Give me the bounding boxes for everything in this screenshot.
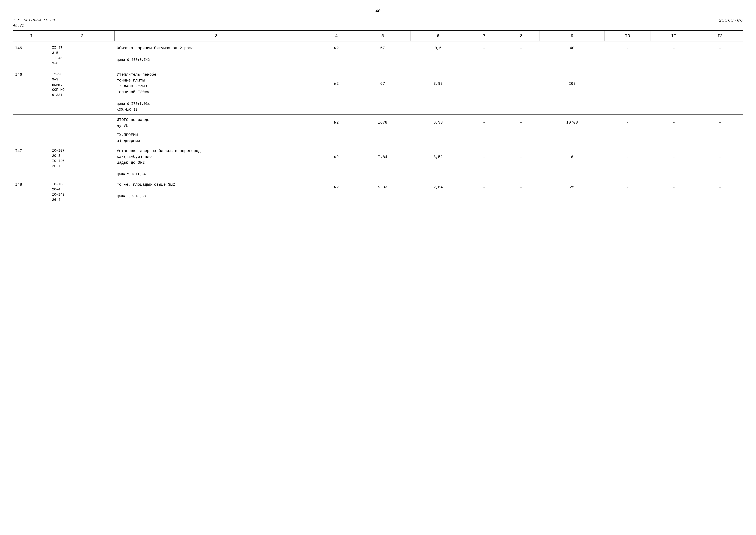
- cell-row146-col7: –: [466, 68, 503, 114]
- table-row-section-ix: IX.ПРОЕМЫа) дверные: [13, 130, 743, 146]
- col-header-2: 2: [50, 31, 115, 41]
- col-header-6: 6: [411, 31, 466, 41]
- cell-row146-col6: 3,93: [411, 68, 466, 114]
- table-row: I46 I2–286 9–3 прим. ССП МО 9–33I Утепли…: [13, 68, 743, 114]
- cell-row146-col3: Утеплитель–пенобе–тонные плиты ƒ =400 кт…: [115, 68, 318, 114]
- cell-row146-col2: I2–286 9–3 прим. ССП МО 9–33I: [50, 68, 115, 114]
- cell-row148-col2: I0–I08 20–4 I0–I43 26–4: [50, 179, 115, 204]
- header-left-line1: Т.п. 501-6-24.12.88: [13, 18, 55, 23]
- main-table: I 2 3 4 5 6 7 8 9 IO II I2 I45 II–47 3–5…: [13, 30, 743, 204]
- cell-itogo-col6: 6,38: [411, 114, 466, 130]
- cell-row146-col12: –: [697, 68, 743, 114]
- cell-row145-col8: –: [503, 41, 540, 68]
- cell-row147-col6: 3,52: [411, 146, 466, 179]
- cell-row148-col10: –: [605, 179, 651, 204]
- cell-itogo-col11: –: [651, 114, 697, 130]
- cell-row148-col7: –: [466, 179, 503, 204]
- cell-row146-col4: м2: [318, 68, 355, 114]
- page-number: 40: [13, 9, 743, 14]
- cell-row146-col5: 67: [355, 68, 410, 114]
- cell-itogo-col1: [13, 114, 50, 130]
- cell-row146-col1: I46: [13, 68, 50, 114]
- cell-row145-col1: I45: [13, 41, 50, 68]
- cell-row148-col1: I48: [13, 179, 50, 204]
- cell-itogo-col12: –: [697, 114, 743, 130]
- col-header-9: 9: [540, 31, 605, 41]
- cell-itogo-col4: м2: [318, 114, 355, 130]
- cell-row148-col5: 9,33: [355, 179, 410, 204]
- col-header-7: 7: [466, 31, 503, 41]
- col-header-4: 4: [318, 31, 355, 41]
- cell-row147-col2: I0–I07 20–3 I0–I40 26–I: [50, 146, 115, 179]
- cell-row146-col9: 263: [540, 68, 605, 114]
- cell-row147-col7: –: [466, 146, 503, 179]
- header-left-line2: Ал.VI: [13, 23, 55, 28]
- table-header-row: I 2 3 4 5 6 7 8 9 IO II I2: [13, 31, 743, 41]
- cell-row147-col4: м2: [318, 146, 355, 179]
- cell-row145-col12: –: [697, 41, 743, 68]
- document-header: Т.п. 501-6-24.12.88 Ал.VI 23363-06: [13, 18, 743, 28]
- cell-row145-col7: –: [466, 41, 503, 68]
- table-row-itogo: ИТОГО по разде–лу УШ м2 I678 6,38 – – I0…: [13, 114, 743, 130]
- cell-itogo-col2: [50, 114, 115, 130]
- cell-row147-col1: I47: [13, 146, 50, 179]
- cell-row145-col6: 0,6: [411, 41, 466, 68]
- cell-row148-col12: –: [697, 179, 743, 204]
- cell-row145-col5: 67: [355, 41, 410, 68]
- cell-row146-col10: –: [605, 68, 651, 114]
- cell-row147-col5: I,84: [355, 146, 410, 179]
- header-right: 23363-06: [719, 18, 743, 23]
- cell-ix-col3: IX.ПРОЕМЫа) дверные: [115, 130, 318, 146]
- col-header-1: I: [13, 31, 50, 41]
- cell-row147-col12: –: [697, 146, 743, 179]
- table-row: I45 II–47 3–5 II–48 3–6 Обмазка горячим …: [13, 41, 743, 68]
- col-header-5: 5: [355, 31, 410, 41]
- cell-row145-col2: II–47 3–5 II–48 3–6: [50, 41, 115, 68]
- header-left: Т.п. 501-6-24.12.88 Ал.VI: [13, 18, 55, 28]
- cell-row145-col11: –: [651, 41, 697, 68]
- cell-ix-col2: [50, 130, 115, 146]
- cell-row148-col8: –: [503, 179, 540, 204]
- cell-row146-col8: –: [503, 68, 540, 114]
- cell-itogo-col5: I678: [355, 114, 410, 130]
- table-row: I48 I0–I08 20–4 I0–I43 26–4 То же, площа…: [13, 179, 743, 204]
- cell-row147-col10: –: [605, 146, 651, 179]
- col-header-10: IO: [605, 31, 651, 41]
- cell-row148-col3: То же, площадью свыше 3м2цена:I,76+0,88: [115, 179, 318, 204]
- table-row: I47 I0–I07 20–3 I0–I40 26–I Установка дв…: [13, 146, 743, 179]
- cell-ix-empty: [318, 130, 743, 146]
- cell-itogo-col8: –: [503, 114, 540, 130]
- cell-row147-col8: –: [503, 146, 540, 179]
- cell-row145-col4: м2: [318, 41, 355, 68]
- col-header-3: 3: [115, 31, 318, 41]
- cell-row147-col3: Установка дверных блоков в перегород–ках…: [115, 146, 318, 179]
- cell-row146-col11: –: [651, 68, 697, 114]
- cell-row145-col3: Обмазка горячим битумом за 2 разацена:0,…: [115, 41, 318, 68]
- col-header-12: I2: [697, 31, 743, 41]
- cell-row145-col10: –: [605, 41, 651, 68]
- cell-itogo-col7: –: [466, 114, 503, 130]
- cell-row148-col9: 25: [540, 179, 605, 204]
- cell-row147-col11: –: [651, 146, 697, 179]
- cell-ix-col1: [13, 130, 50, 146]
- col-header-8: 8: [503, 31, 540, 41]
- cell-itogo-col9: I0708: [540, 114, 605, 130]
- cell-row145-col9: 40: [540, 41, 605, 68]
- cell-itogo-col10: –: [605, 114, 651, 130]
- cell-row147-col9: 6: [540, 146, 605, 179]
- cell-itogo-col3: ИТОГО по разде–лу УШ: [115, 114, 318, 130]
- cell-row148-col11: –: [651, 179, 697, 204]
- col-header-11: II: [651, 31, 697, 41]
- cell-row148-col6: 2,64: [411, 179, 466, 204]
- cell-row148-col4: м2: [318, 179, 355, 204]
